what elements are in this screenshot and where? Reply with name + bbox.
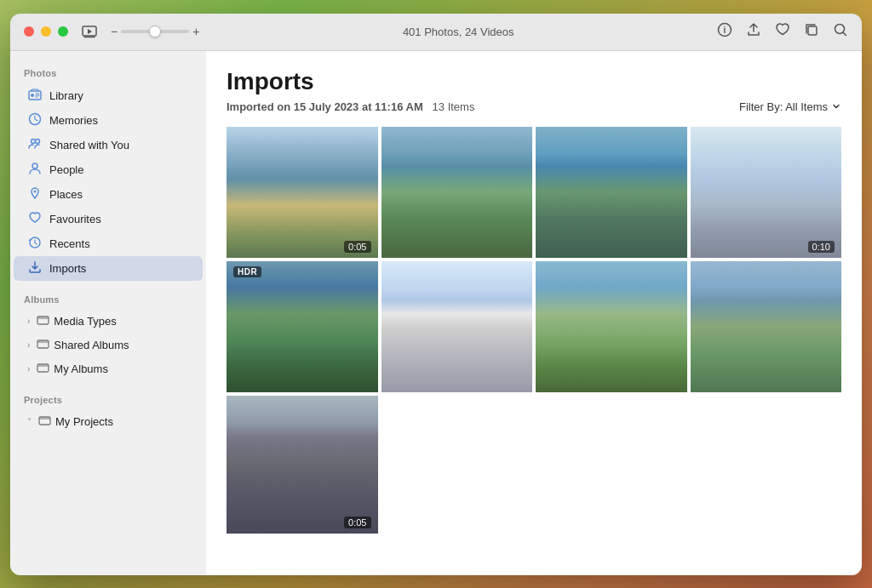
svg-rect-15: [37, 340, 49, 348]
photo-item-9[interactable]: 0:05: [227, 396, 378, 533]
my-albums-icon: [35, 362, 50, 377]
slideshow-icon[interactable]: [82, 24, 97, 39]
sidebar-item-library[interactable]: Library: [14, 83, 203, 108]
sidebar-item-people[interactable]: People: [14, 157, 203, 182]
places-icon: [27, 186, 43, 203]
slider-track[interactable]: [121, 30, 189, 33]
sidebar-item-memories[interactable]: Memories: [14, 108, 203, 133]
sidebar-item-shared-with-you-label: Shared with You: [49, 139, 129, 151]
heart-icon[interactable]: [775, 22, 790, 41]
slider-thumb[interactable]: [149, 26, 161, 37]
photo-duration-1: 0:05: [344, 241, 370, 253]
shared-albums-chevron: ›: [27, 340, 30, 350]
sidebar-item-memories-label: Memories: [49, 114, 98, 127]
svg-rect-17: [39, 417, 50, 425]
zoom-slider[interactable]: − +: [111, 25, 199, 38]
recents-icon: [27, 236, 43, 252]
sidebar-item-imports[interactable]: Imports: [14, 256, 203, 281]
photo-item-1[interactable]: 0:05: [227, 127, 378, 258]
sidebar-item-recents[interactable]: Recents: [14, 231, 203, 256]
sidebar-group-my-projects-label: My Projects: [55, 415, 113, 428]
traffic-lights: [24, 26, 68, 37]
sidebar-item-library-label: Library: [49, 89, 83, 102]
sidebar-group-my-projects[interactable]: ˅ My Projects: [14, 410, 203, 434]
photo-item-5[interactable]: HDR: [227, 261, 378, 392]
filter-label: Filter By: All Items: [739, 100, 828, 113]
minimize-button[interactable]: [41, 26, 51, 37]
photo-item-8[interactable]: [691, 261, 842, 392]
zoom-out-icon[interactable]: −: [111, 25, 118, 38]
photo-count: 401 Photos, 24 Videos: [199, 26, 717, 38]
sidebar-item-favourites-label: Favourites: [49, 213, 101, 225]
svg-marker-1: [88, 29, 92, 34]
photo-item-3[interactable]: [536, 127, 687, 258]
photos-section-label: Photos: [10, 65, 206, 83]
svg-rect-16: [37, 364, 49, 372]
main-header: Imports Imported on 15 July 2023 at 11:1…: [206, 51, 862, 123]
page-title: Imports: [227, 68, 841, 95]
photo-item-7[interactable]: [536, 261, 687, 392]
svg-point-10: [36, 139, 40, 143]
svg-point-11: [32, 163, 37, 168]
items-count: 13 Items: [433, 100, 475, 113]
sidebar-item-places-label: Places: [49, 188, 83, 201]
favourites-icon: [27, 211, 43, 227]
sidebar-item-people-label: People: [49, 163, 83, 176]
import-info: Imported on 15 July 2023 at 11:16 AM 13 …: [227, 100, 474, 113]
photo-item-4[interactable]: 0:10: [691, 127, 842, 258]
maximize-button[interactable]: [58, 26, 68, 37]
sidebar-item-imports-label: Imports: [49, 262, 86, 275]
svg-point-7: [31, 94, 34, 97]
sidebar-item-recents-label: Recents: [49, 237, 90, 250]
hdr-badge-5: HDR: [233, 266, 261, 277]
photo-grid-row-2: HDR: [227, 261, 841, 392]
my-albums-chevron: ›: [27, 364, 30, 374]
sidebar-group-media-types[interactable]: › Media Types: [14, 310, 203, 334]
search-icon[interactable]: [833, 22, 848, 41]
sidebar-item-places[interactable]: Places: [14, 182, 203, 207]
titlebar: − + 401 Photos, 24 Videos i: [10, 14, 862, 51]
media-types-chevron: ›: [27, 317, 30, 326]
photo-grid-row-1: 0:05 0:10: [227, 127, 841, 258]
media-types-icon: [35, 314, 50, 329]
svg-rect-14: [37, 317, 49, 324]
svg-rect-4: [808, 26, 817, 35]
zoom-in-icon[interactable]: +: [192, 25, 199, 38]
sidebar-group-shared-albums[interactable]: › Shared Albums: [14, 334, 203, 357]
duplicate-icon[interactable]: [804, 22, 819, 41]
filter-control[interactable]: Filter By: All Items: [739, 100, 841, 113]
sidebar: Photos Library: [10, 51, 206, 575]
app-window: − + 401 Photos, 24 Videos i: [10, 14, 862, 575]
sidebar-item-favourites[interactable]: Favourites: [14, 207, 203, 231]
sidebar-group-my-albums-label: My Albums: [54, 363, 108, 375]
shared-albums-icon: [35, 338, 50, 353]
photo-grid-row-3: 0:05: [227, 396, 841, 533]
info-icon[interactable]: i: [717, 22, 732, 41]
photo-duration-4: 0:10: [808, 241, 835, 253]
svg-text:i: i: [724, 26, 726, 35]
svg-point-12: [34, 190, 37, 192]
sidebar-group-shared-albums-label: Shared Albums: [54, 339, 129, 351]
main-panel: Imports Imported on 15 July 2023 at 11:1…: [206, 51, 862, 575]
photo-item-6[interactable]: [382, 261, 533, 392]
photo-item-2[interactable]: [382, 127, 533, 258]
close-button[interactable]: [24, 26, 34, 37]
sidebar-item-shared-with-you[interactable]: Shared with You: [14, 133, 203, 157]
sidebar-group-media-types-label: Media Types: [54, 315, 116, 328]
import-info-row: Imported on 15 July 2023 at 11:16 AM 13 …: [227, 100, 841, 113]
library-icon: [27, 88, 43, 104]
my-projects-icon: [37, 414, 52, 430]
titlebar-actions: i: [717, 22, 848, 41]
people-icon: [27, 162, 43, 178]
shared-with-you-icon: [27, 137, 43, 153]
main-content-area: Photos Library: [10, 51, 862, 575]
imports-icon: [27, 260, 43, 277]
my-projects-chevron: ˅: [27, 417, 32, 426]
albums-section-label: Albums: [10, 291, 206, 310]
share-icon[interactable]: [746, 22, 761, 41]
photo-duration-9: 0:05: [344, 517, 370, 528]
photo-grid: 0:05 0:10 HDR: [206, 123, 862, 575]
sidebar-group-my-albums[interactable]: › My Albums: [14, 357, 203, 381]
import-date: Imported on 15 July 2023 at 11:16 AM: [227, 100, 423, 113]
memories-icon: [27, 112, 43, 128]
